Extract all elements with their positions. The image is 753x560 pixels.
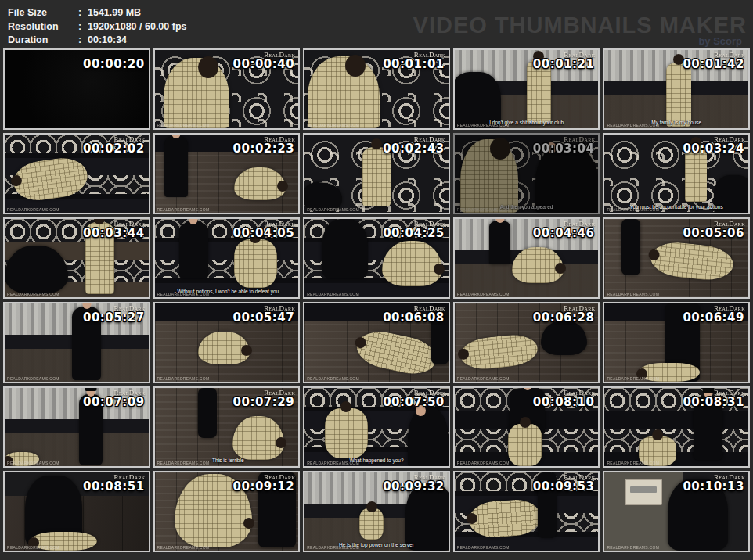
resolution-value: 1920x1080 / 60.00 fps	[88, 20, 187, 34]
timestamp-label: 00:08:51	[83, 479, 145, 494]
timestamp-label: 00:06:08	[383, 311, 445, 325]
thumbnail: RealDark00:04:46REALDARKDREAMS.COM	[453, 217, 600, 299]
thumbnail-grid: 00:00:20RealDark00:00:40REALDARKDREAMS.C…	[3, 48, 750, 552]
timestamp-label: 00:01:21	[533, 57, 595, 71]
file-size-label: File Size	[8, 6, 78, 20]
site-watermark: REALDARKDREAMS.COM	[307, 292, 359, 296]
thumbnail: RealDark00:06:08REALDARKDREAMS.COM	[303, 302, 450, 383]
thumbnail: RealDark00:06:49REALDARKDREAMS.COM	[603, 302, 750, 383]
site-watermark: REALDARKDREAMS.COM	[157, 207, 210, 212]
file-size-row: File Size : 1541.99 MB	[8, 6, 187, 20]
man-figure	[234, 167, 286, 200]
thumbnail: RealDark00:05:06REALDARKDREAMS.COM	[603, 217, 750, 299]
timestamp-label: 00:06:28	[533, 311, 595, 325]
timestamp-label: 00:07:09	[83, 395, 145, 409]
site-watermark: REALDARKDREAMS.COM	[7, 207, 59, 212]
site-watermark: REALDARKDREAMS.COM	[307, 123, 359, 127]
file-size-separator: :	[78, 6, 88, 20]
resolution-separator: :	[78, 20, 88, 34]
man-figure	[308, 56, 380, 128]
man-figure	[362, 147, 391, 206]
timestamp-label: 00:02:23	[233, 142, 295, 156]
site-watermark: REALDARKDREAMS.COM	[307, 545, 359, 550]
timestamp-label: 00:09:12	[233, 479, 295, 494]
file-size-value: 1541.99 MB	[88, 6, 141, 20]
man-figure	[508, 424, 542, 466]
man-figure	[11, 155, 90, 204]
woman-figure	[5, 246, 68, 294]
timestamp-label: 00:01:01	[383, 57, 445, 71]
woman-figure	[179, 222, 208, 278]
woman-figure	[541, 321, 587, 355]
thumbnail: RealDark00:09:12REALDARKDREAMS.COM	[153, 471, 301, 552]
man-figure	[512, 247, 564, 283]
thumbnail: RealDark00:04:05- Without potions, I won…	[153, 217, 301, 299]
site-watermark: REALDARKDREAMS.COM	[607, 123, 659, 127]
timestamp-label: 00:02:43	[383, 142, 445, 156]
woman-figure	[621, 219, 640, 275]
timestamp-label: 00:06:49	[683, 311, 744, 325]
site-watermark: REALDARKDREAMS.COM	[7, 292, 59, 296]
site-watermark: REALDARKDREAMS.COM	[607, 545, 659, 550]
site-watermark: REALDARKDREAMS.COM	[457, 545, 510, 550]
site-watermark: REALDARKDREAMS.COM	[607, 376, 659, 381]
thumbnail: RealDark00:02:43REALDARKDREAMS.COM	[303, 133, 450, 214]
timestamp-label: 00:05:06	[683, 226, 744, 240]
timestamp-label: 00:05:27	[83, 311, 145, 325]
thumbnail: RealDark00:07:50What happened to you?REA…	[303, 386, 450, 468]
man-figure	[649, 240, 736, 283]
site-watermark: REALDARKDREAMS.COM	[157, 292, 210, 296]
man-figure	[459, 332, 539, 372]
app-watermark-title: VIDEO THUMBNAILS MAKER	[413, 13, 747, 38]
thumbnail: RealDark00:09:32He is the top power on t…	[303, 471, 450, 552]
woman-figure	[198, 388, 217, 438]
thumbnail: RealDark00:06:28REALDARKDREAMS.COM	[453, 302, 600, 383]
duration-row: Duration : 00:10:34	[8, 34, 187, 48]
thumbnail: RealDark00:01:42My family is my houseREA…	[603, 48, 750, 130]
thumbnail: RealDark00:01:21I don't give a shit abou…	[453, 48, 600, 130]
site-watermark: REALDARKDREAMS.COM	[307, 461, 359, 465]
man-figure	[232, 416, 284, 460]
site-watermark: REALDARKDREAMS.COM	[457, 123, 510, 127]
thumbnail: RealDark00:03:24You must be accountable …	[603, 133, 750, 214]
site-watermark: REALDARKDREAMS.COM	[7, 376, 59, 381]
timestamp-label: 00:08:10	[533, 395, 595, 409]
timestamp-label: 00:01:42	[683, 57, 744, 71]
timestamp-label: 00:02:02	[83, 142, 145, 156]
thumbnail: RealDark00:01:01REALDARKDREAMS.COM	[303, 48, 450, 130]
site-watermark: REALDARKDREAMS.COM	[7, 461, 59, 465]
timestamp-label: 00:09:32	[383, 479, 445, 494]
thumbnail: RealDark00:03:04And then you appearedREA…	[453, 133, 600, 214]
site-watermark: REALDARKDREAMS.COM	[457, 207, 510, 212]
duration-value: 00:10:34	[88, 34, 127, 48]
timestamp-label: 00:03:44	[83, 226, 145, 240]
man-figure	[460, 139, 517, 213]
app-watermark: VIDEO THUMBNAILS MAKER by Scorp	[413, 13, 747, 47]
timestamp-label: 00:00:20	[83, 57, 145, 71]
timestamp-label: 00:08:31	[683, 395, 744, 409]
thumbnail: RealDark00:02:02REALDARKDREAMS.COM	[3, 133, 150, 214]
thumbnail: RealDark00:07:09REALDARKDREAMS.COM	[3, 386, 150, 468]
thumbnail: RealDark00:10:13REALDARKDREAMS.COM	[603, 471, 750, 552]
contact-sheet: { "header": { "fields": [ {"label": "Fil…	[0, 0, 753, 560]
timestamp-label: 00:10:13	[683, 479, 744, 494]
site-watermark: REALDARKDREAMS.COM	[307, 376, 359, 381]
site-watermark: REALDARKDREAMS.COM	[157, 545, 210, 550]
site-watermark: REALDARKDREAMS.COM	[457, 376, 510, 381]
file-info: File Size : 1541.99 MB Resolution : 1920…	[8, 6, 187, 48]
thumbnail: RealDark00:05:27REALDARKDREAMS.COM	[3, 302, 150, 383]
site-watermark: REALDARKDREAMS.COM	[607, 207, 659, 212]
thumbnail: 00:00:20	[3, 48, 150, 130]
woman-figure	[322, 219, 368, 278]
woman-figure	[489, 221, 511, 264]
thumbnail: RealDark00:08:10REALDARKDREAMS.COM	[453, 386, 600, 468]
resolution-row: Resolution : 1920x1080 / 60.00 fps	[8, 20, 187, 34]
site-watermark: REALDARKDREAMS.COM	[457, 461, 510, 465]
site-watermark: REALDARKDREAMS.COM	[7, 545, 59, 550]
man-figure	[198, 332, 250, 364]
thumbnail: RealDark00:05:47REALDARKDREAMS.COM	[153, 302, 301, 383]
electrical-panel	[625, 479, 662, 505]
man-figure	[382, 241, 442, 286]
thumbnail: RealDark00:02:23REALDARKDREAMS.COM	[153, 133, 301, 214]
timestamp-label: 00:05:47	[233, 311, 295, 325]
